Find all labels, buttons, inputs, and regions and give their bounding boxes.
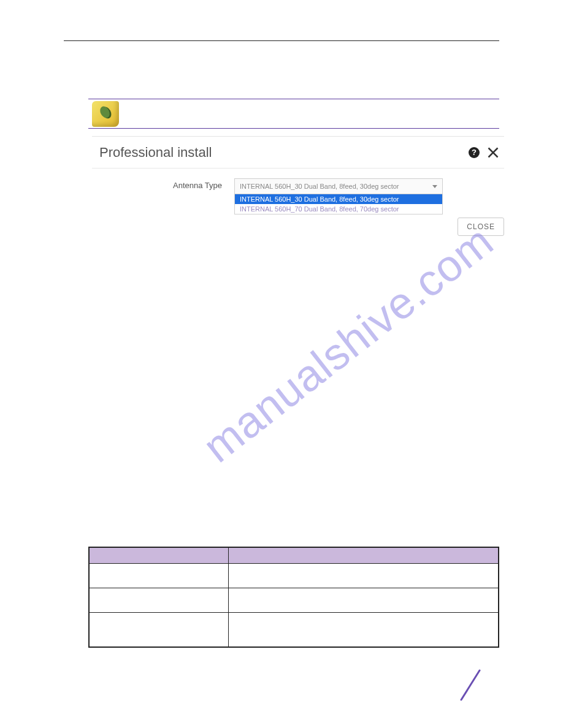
close-icon[interactable] [487, 146, 499, 159]
close-button[interactable]: CLOSE [458, 218, 504, 236]
help-icon[interactable]: ? [469, 147, 480, 158]
dropdown-option-1[interactable]: INTERNAL 560H_70 Dual Band, 8feed, 70deg… [235, 204, 442, 214]
table-header-0 [90, 548, 229, 564]
watermark-text: manualshive.com [194, 216, 503, 472]
svg-line-2 [461, 670, 480, 700]
header-rule [64, 40, 499, 41]
dropdown-option-0[interactable]: INTERNAL 560H_30 Dual Band, 8feed, 30deg… [235, 194, 442, 204]
antenna-type-label: Antenna Type [92, 178, 234, 190]
table-row [90, 564, 499, 588]
antenna-type-row: Antenna Type INTERNAL 560H_30 Dual Band,… [92, 169, 504, 214]
select-value: INTERNAL 560H_30 Dual Band, 8feed, 30deg… [240, 183, 399, 190]
note-callout-band [88, 99, 499, 129]
dialog-header: Professional install ? [92, 137, 504, 169]
table-row [90, 613, 499, 647]
table-row [90, 588, 499, 613]
dialog-title: Professional install [99, 145, 212, 161]
professional-install-dialog: Professional install ? Antenna Type INTE… [92, 136, 504, 214]
antenna-type-dropdown: INTERNAL 560H_30 Dual Band, 8feed, 30deg… [234, 194, 443, 214]
table-header-1 [228, 548, 498, 564]
footer-accent-icon [458, 668, 482, 702]
spec-table [88, 547, 499, 648]
sticky-note-icon [92, 101, 119, 127]
antenna-type-select[interactable]: INTERNAL 560H_30 Dual Band, 8feed, 30deg… [234, 178, 443, 194]
